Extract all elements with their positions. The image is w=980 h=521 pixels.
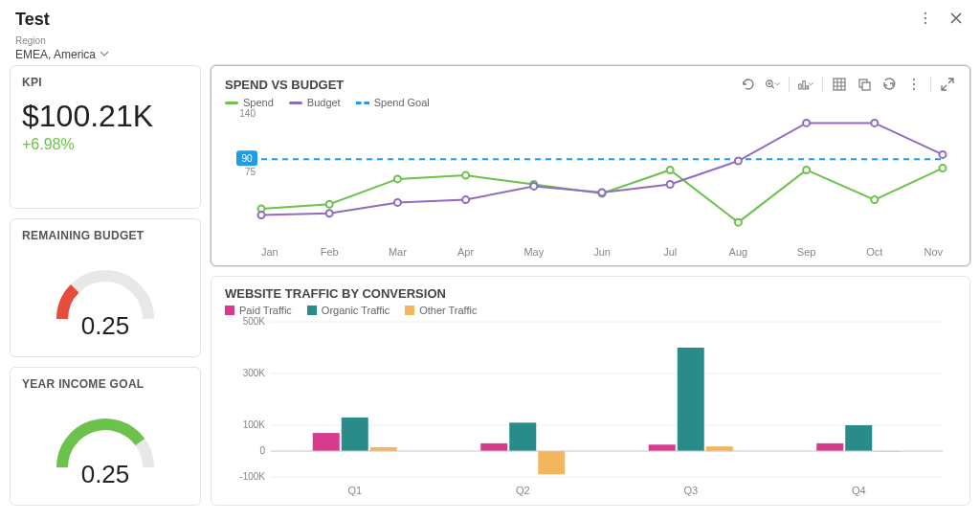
svg-rect-73: [816, 443, 843, 451]
kpi-card[interactable]: KPI $100.21K +6.98%: [10, 65, 201, 209]
year-income-goal-title: YEAR INCOME GOAL: [22, 377, 189, 391]
svg-text:140: 140: [239, 108, 256, 119]
svg-text:Jun: Jun: [593, 246, 611, 258]
svg-point-31: [394, 199, 401, 206]
svg-point-36: [735, 158, 742, 165]
region-filter-label: Region: [15, 35, 109, 46]
svg-point-28: [940, 165, 947, 171]
svg-point-12: [913, 88, 915, 90]
website-traffic-chart: -100K0100K300K500KQ1Q2Q3Q4: [225, 316, 952, 498]
svg-point-2: [924, 22, 926, 24]
svg-point-34: [599, 190, 606, 196]
region-filter-value: EMEA, America: [15, 48, 96, 61]
refresh-icon[interactable]: [880, 76, 898, 93]
expand-icon[interactable]: [939, 76, 956, 93]
svg-rect-69: [649, 444, 676, 451]
svg-rect-5: [803, 81, 805, 89]
svg-text:Q2: Q2: [516, 485, 530, 496]
page-header: Test Region EMEA, America: [0, 0, 980, 65]
svg-text:Mar: Mar: [389, 246, 407, 258]
svg-rect-65: [480, 443, 507, 451]
grid-icon[interactable]: [831, 76, 848, 93]
svg-point-20: [394, 175, 401, 182]
copy-icon[interactable]: [856, 76, 873, 93]
svg-text:Oct: Oct: [866, 246, 882, 258]
spend-chart-title: SPEND VS BUDGET: [225, 78, 344, 92]
svg-rect-9: [862, 82, 870, 90]
svg-text:May: May: [523, 246, 544, 258]
svg-point-1: [924, 17, 926, 19]
svg-point-39: [940, 151, 947, 158]
chart-more-icon[interactable]: [905, 76, 923, 93]
svg-text:Jan: Jan: [261, 246, 278, 258]
legend-other: Other Traffic: [405, 305, 477, 316]
svg-rect-67: [538, 451, 565, 474]
svg-text:0: 0: [259, 445, 265, 456]
svg-point-25: [735, 219, 742, 226]
page-title: Test: [15, 10, 109, 30]
legend-spend: Spend: [225, 97, 274, 108]
svg-point-38: [871, 120, 878, 126]
svg-point-19: [326, 201, 333, 208]
svg-rect-63: [370, 447, 397, 451]
svg-point-27: [871, 196, 878, 203]
remaining-budget-title: REMAINING BUDGET: [22, 229, 189, 242]
svg-text:Q4: Q4: [852, 485, 866, 496]
spend-chart-legend: Spend Budget Spend Goal: [225, 97, 956, 108]
remaining-budget-card[interactable]: REMAINING BUDGET 0.25: [10, 218, 201, 357]
legend-budget: Budget: [289, 97, 341, 108]
svg-text:-100K: -100K: [239, 471, 265, 482]
kpi-value: $100.21K: [22, 99, 189, 134]
svg-text:Aug: Aug: [729, 246, 748, 258]
year-income-goal-value: 0.25: [81, 460, 130, 489]
svg-point-35: [667, 181, 674, 188]
spend-vs-budget-chart: 9075140JanFebMarAprMayJunJulAugSepOctNov: [225, 108, 952, 261]
svg-point-0: [924, 12, 926, 14]
svg-text:Nov: Nov: [924, 246, 943, 258]
website-traffic-card[interactable]: WEBSITE TRAFFIC BY CONVERSION Paid Traff…: [211, 276, 970, 506]
svg-rect-61: [313, 433, 340, 451]
year-income-goal-card[interactable]: YEAR INCOME GOAL 0.25: [10, 367, 201, 506]
chart-type-icon[interactable]: [797, 76, 814, 93]
close-icon[interactable]: [947, 10, 965, 27]
svg-point-37: [803, 120, 810, 126]
legend-organic: Organic Traffic: [307, 305, 390, 316]
svg-point-29: [258, 212, 265, 218]
svg-text:500K: 500K: [243, 316, 266, 327]
spend-vs-budget-card[interactable]: SPEND VS BUDGET Spend Budget: [211, 65, 970, 266]
svg-rect-74: [845, 425, 872, 451]
region-filter-dropdown[interactable]: EMEA, America: [15, 48, 109, 61]
more-icon[interactable]: [917, 10, 934, 27]
chevron-down-icon: [100, 48, 109, 61]
svg-text:Q1: Q1: [347, 485, 362, 496]
svg-point-32: [462, 196, 469, 203]
remaining-budget-value: 0.25: [81, 311, 130, 341]
kpi-delta: +6.98%: [22, 136, 189, 153]
svg-text:75: 75: [245, 167, 256, 177]
svg-point-24: [667, 167, 674, 173]
svg-rect-62: [342, 418, 368, 451]
svg-rect-66: [509, 422, 536, 451]
svg-point-11: [913, 83, 915, 85]
sidebar: KPI $100.21K +6.98% REMAINING BUDGET 0.2…: [10, 65, 201, 513]
svg-text:90: 90: [241, 153, 253, 164]
zoom-icon[interactable]: [764, 76, 781, 93]
svg-text:Apr: Apr: [457, 246, 474, 258]
svg-text:Sep: Sep: [797, 246, 816, 258]
main-area: SPEND VS BUDGET Spend Budget: [211, 65, 970, 513]
traffic-chart-legend: Paid Traffic Organic Traffic Other Traff…: [225, 305, 956, 316]
traffic-chart-title: WEBSITE TRAFFIC BY CONVERSION: [225, 286, 956, 301]
svg-rect-4: [799, 84, 801, 89]
svg-text:Q3: Q3: [683, 485, 698, 496]
svg-point-21: [462, 172, 469, 179]
undo-icon[interactable]: [739, 76, 756, 93]
svg-rect-70: [678, 348, 704, 451]
svg-text:100K: 100K: [243, 419, 266, 430]
legend-paid: Paid Traffic: [225, 305, 292, 316]
svg-point-33: [530, 183, 537, 190]
svg-rect-7: [834, 79, 845, 90]
svg-point-26: [803, 167, 810, 173]
svg-point-10: [913, 79, 915, 80]
svg-text:Jul: Jul: [663, 246, 677, 258]
legend-spend-goal: Spend Goal: [356, 97, 430, 108]
